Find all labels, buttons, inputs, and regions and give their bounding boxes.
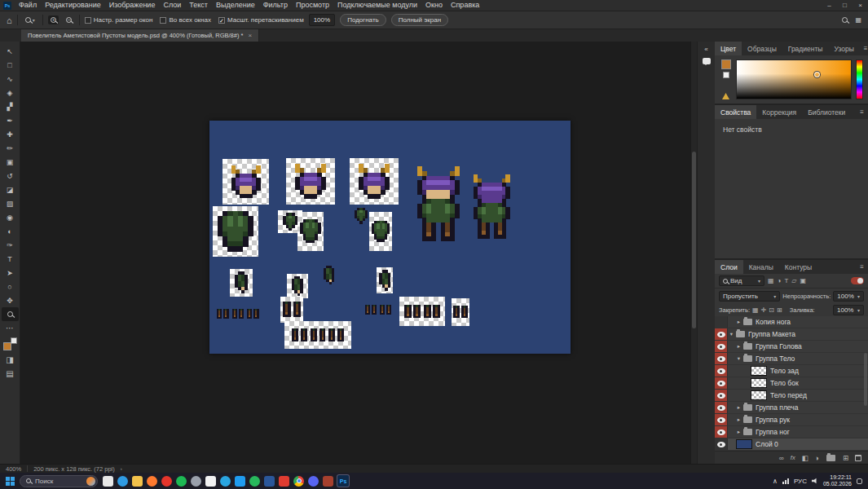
- layer-visibility-2[interactable]: [715, 341, 728, 352]
- foreground-swatch[interactable]: [721, 59, 731, 69]
- canvas-document[interactable]: [209, 121, 571, 354]
- layer-visibility-7[interactable]: [715, 402, 728, 413]
- new-layer-icon[interactable]: ⊞: [843, 454, 848, 462]
- status-zoom-level[interactable]: 400%: [6, 465, 21, 473]
- layers-scrollbar[interactable]: [864, 353, 867, 406]
- app-game[interactable]: [323, 476, 333, 487]
- layer-visibility-0[interactable]: [715, 316, 728, 328]
- adjustment-layer-icon[interactable]: ◑: [815, 454, 819, 462]
- menu-item-6[interactable]: Фильтр: [259, 0, 292, 11]
- window-close-button[interactable]: ×: [853, 0, 868, 11]
- status-options-icon[interactable]: ›: [121, 466, 122, 471]
- scrollbar-thumb[interactable]: [692, 152, 696, 329]
- blur-tool[interactable]: ◉: [2, 210, 19, 224]
- menu-item-0[interactable]: Файл: [15, 0, 41, 11]
- layer-visibility-10[interactable]: [715, 438, 728, 450]
- screen-mode-button[interactable]: ▤: [2, 367, 19, 381]
- taskbar-clock[interactable]: 19:22:11 05.02.2026: [823, 474, 852, 487]
- layer-filter-select[interactable]: Вид ▾: [719, 275, 764, 286]
- layer-expand-arrow[interactable]: ▾: [728, 331, 735, 337]
- document-tab[interactable]: Повелитель Аметистовой Пустоты модель.ps…: [21, 29, 259, 42]
- history-brush-tool[interactable]: ↺: [2, 169, 19, 183]
- hand-tool[interactable]: ✥: [2, 293, 19, 307]
- filter-type-icon[interactable]: T: [784, 277, 788, 284]
- layer-expand-arrow[interactable]: ▸: [735, 343, 742, 350]
- layer-expand-arrow[interactable]: ▾: [735, 355, 742, 362]
- properties-panel-menu-icon[interactable]: ≡: [856, 105, 868, 119]
- home-button[interactable]: ⌂: [7, 15, 12, 25]
- color-tab-1[interactable]: Образцы: [742, 42, 782, 55]
- move-tool[interactable]: ↖: [2, 44, 19, 58]
- tab-close-icon[interactable]: ×: [248, 32, 252, 39]
- background-swatch[interactable]: [723, 72, 729, 78]
- app-steam[interactable]: [191, 476, 201, 487]
- layer-expand-arrow[interactable]: ▸: [735, 416, 742, 423]
- layer-row-10[interactable]: Слой 0: [715, 438, 868, 451]
- hidden-icons-chevron[interactable]: ∧: [773, 478, 778, 485]
- layer-row-9[interactable]: ▸Группа ног: [715, 426, 868, 438]
- start-button[interactable]: [6, 477, 15, 486]
- clone-stamp-tool[interactable]: ▣: [2, 155, 19, 169]
- background-color-swatch[interactable]: [11, 337, 17, 344]
- filter-pixel-layers-icon[interactable]: ▦: [768, 277, 774, 284]
- layer-visibility-1[interactable]: [715, 328, 728, 340]
- option-checkbox-1[interactable]: Во всех окнах: [160, 16, 210, 24]
- fit-screen-button[interactable]: Подогнать: [340, 14, 386, 26]
- properties-tab-1[interactable]: Коррекция: [756, 105, 802, 119]
- link-layers-icon[interactable]: ∞: [779, 454, 784, 462]
- app-opera-browser[interactable]: [161, 476, 172, 487]
- zoom-percent-field[interactable]: 100%: [309, 14, 335, 26]
- filter-toggle[interactable]: [851, 277, 864, 284]
- properties-tab-0[interactable]: Свойства: [715, 105, 756, 119]
- app-notepad[interactable]: [103, 476, 113, 487]
- workspace-switcher-icon[interactable]: ▦: [855, 16, 861, 24]
- canvas-vertical-scrollbar[interactable]: [690, 42, 697, 464]
- gamut-warning-icon[interactable]: [722, 93, 729, 99]
- volume-icon[interactable]: [812, 478, 818, 484]
- filter-smart-object-icon[interactable]: ▣: [800, 277, 806, 284]
- canvas-area[interactable]: [20, 42, 697, 464]
- color-panel-menu-icon[interactable]: ≡: [860, 42, 868, 55]
- app-file-explorer[interactable]: [132, 476, 143, 487]
- menu-item-2[interactable]: Изображение: [105, 0, 160, 11]
- lock-transparency-icon[interactable]: ▦: [752, 306, 759, 314]
- layer-visibility-8[interactable]: [715, 414, 728, 425]
- menu-item-1[interactable]: Редактирование: [41, 0, 105, 11]
- quick-selection-tool[interactable]: ◈: [2, 86, 19, 99]
- layer-visibility-6[interactable]: [715, 390, 728, 401]
- new-group-icon[interactable]: [826, 455, 835, 461]
- app-edge-browser[interactable]: [117, 476, 128, 487]
- app-word[interactable]: [264, 476, 275, 487]
- layers-tab-0[interactable]: Слои: [715, 260, 743, 274]
- menu-item-3[interactable]: Слои: [159, 0, 185, 11]
- option-checkbox-2[interactable]: Масшт. перетаскиванием: [218, 16, 304, 24]
- quick-mask-button[interactable]: ◨: [2, 353, 19, 367]
- search-button[interactable]: [839, 15, 850, 24]
- zoom-in-button[interactable]: [48, 15, 59, 24]
- layers-panel-menu-icon[interactable]: ≡: [856, 260, 868, 274]
- pen-tool[interactable]: ✑: [2, 238, 19, 252]
- lasso-tool[interactable]: ∿: [2, 72, 19, 86]
- comments-icon[interactable]: [703, 58, 711, 64]
- color-picker-cursor[interactable]: [814, 72, 820, 77]
- layer-visibility-3[interactable]: [715, 353, 728, 364]
- color-tab-0[interactable]: Цвет: [715, 42, 742, 55]
- blend-mode-select[interactable]: Пропустить ▾: [719, 291, 780, 302]
- window-maximize-button[interactable]: □: [837, 0, 853, 11]
- window-minimize-button[interactable]: –: [822, 0, 837, 11]
- app-firefox-browser[interactable]: [147, 476, 157, 487]
- app-whatsapp[interactable]: [249, 476, 260, 487]
- gradient-tool[interactable]: ▨: [2, 196, 19, 210]
- layer-row-8[interactable]: ▸Группа рук: [715, 414, 868, 426]
- layer-row-1[interactable]: ▾Группа Макета: [715, 328, 868, 341]
- lock-pixels-icon[interactable]: ✛: [761, 306, 767, 314]
- menu-item-9[interactable]: Окно: [421, 0, 447, 11]
- layer-row-3[interactable]: ▾Группа Тело: [715, 353, 868, 365]
- layer-expand-arrow[interactable]: ▸: [735, 404, 742, 411]
- layer-expand-arrow[interactable]: ▸: [735, 429, 742, 435]
- color-swatches[interactable]: [3, 337, 17, 350]
- lock-position-icon[interactable]: ⊡: [769, 306, 774, 314]
- opacity-select[interactable]: 100% ▾: [833, 291, 864, 302]
- app-spotify[interactable]: [176, 476, 187, 487]
- filter-adjustment-icon[interactable]: ◑: [778, 277, 782, 284]
